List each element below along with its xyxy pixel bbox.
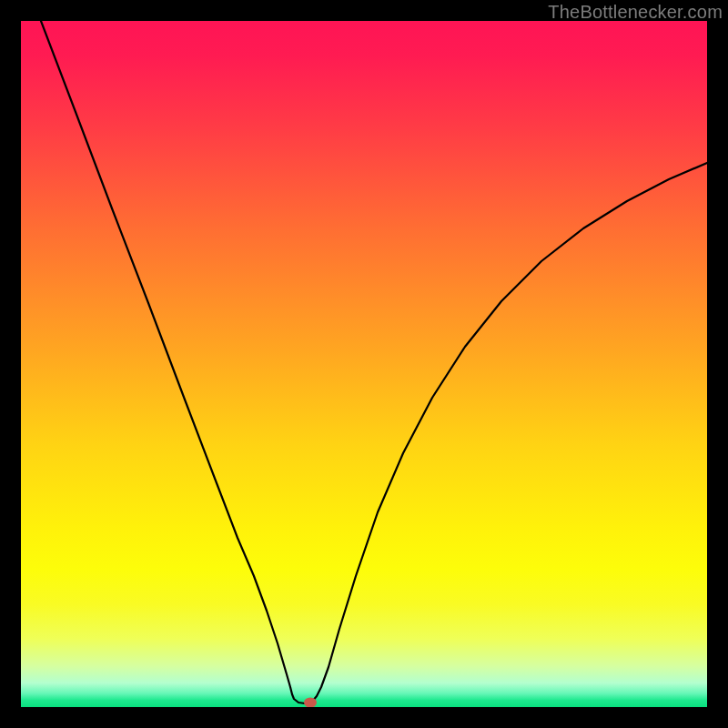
optimal-point-marker [304, 698, 317, 708]
performance-curve [21, 21, 707, 707]
plot-area [21, 21, 707, 707]
watermark-text: TheBottlenecker.com [548, 2, 723, 23]
chart-frame: TheBottlenecker.com [0, 0, 728, 728]
bottleneck-curve-path [41, 21, 707, 703]
